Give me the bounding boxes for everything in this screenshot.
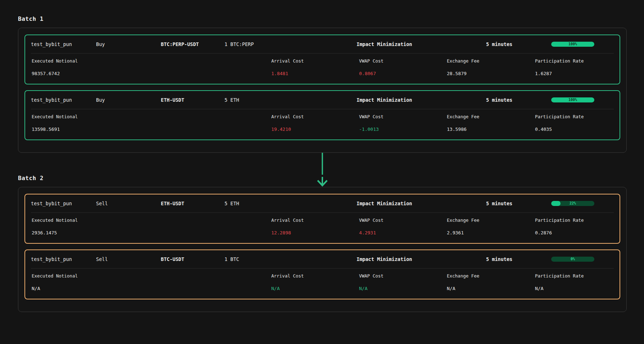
metric-value: 0.8067 xyxy=(359,71,447,77)
order-side: Sell xyxy=(96,256,161,262)
metric-value: N/A xyxy=(32,286,271,292)
order-duration: 5 minutes xyxy=(486,256,551,262)
metric-label: Exchange Fee xyxy=(447,114,535,119)
batch-section-1: Batch 1 test_bybit_pun Buy BTC:PERP-USDT… xyxy=(18,16,627,153)
order-card[interactable]: test_bybit_pun Sell ETH-USDT 5 ETH Impac… xyxy=(24,194,620,244)
order-account: test_bybit_pun xyxy=(31,200,96,207)
metric-value: 2.9361 xyxy=(447,230,535,236)
order-card[interactable]: test_bybit_pun Buy ETH-USDT 5 ETH Impact… xyxy=(24,90,620,140)
metric-arrival-cost: Arrival Cost 1.8481 xyxy=(271,58,359,77)
metric-value: 98357.6742 xyxy=(32,71,271,77)
order-symbol: ETH-USDT xyxy=(161,97,225,103)
order-card[interactable]: test_bybit_pun Buy BTC:PERP-USDT 1 BTC:P… xyxy=(24,35,620,84)
order-header: test_bybit_pun Buy ETH-USDT 5 ETH Impact… xyxy=(25,91,620,109)
order-metrics: Executed Notional 98357.6742 Arrival Cos… xyxy=(25,54,620,84)
progress-bar: 22% xyxy=(551,201,594,206)
order-quantity: 5 ETH xyxy=(225,97,357,103)
metric-label: Participation Rate xyxy=(535,114,614,119)
order-symbol: BTC-USDT xyxy=(161,256,225,262)
metric-value: 1.8481 xyxy=(271,71,359,77)
metric-label: Arrival Cost xyxy=(271,58,359,64)
batch-flow-connector xyxy=(18,153,627,175)
order-account: test_bybit_pun xyxy=(31,41,96,47)
metric-value: -1.0013 xyxy=(359,127,447,132)
order-side: Buy xyxy=(96,97,161,103)
metric-vwap-cost: VWAP Cost 4.2931 xyxy=(359,217,447,236)
metric-value: N/A xyxy=(447,286,535,292)
metric-label: Arrival Cost xyxy=(271,273,359,279)
metric-label: Executed Notional xyxy=(32,273,271,279)
metric-label: Participation Rate xyxy=(535,217,614,223)
progress-label: 22% xyxy=(551,201,594,206)
metric-exchange-fee: Exchange Fee 28.5879 xyxy=(447,58,535,77)
order-side: Sell xyxy=(96,200,161,207)
metric-label: Executed Notional xyxy=(32,217,271,223)
metric-value: 28.5879 xyxy=(447,71,535,77)
metric-value: 2936.1475 xyxy=(32,230,271,236)
metric-label: VWAP Cost xyxy=(359,114,447,119)
metric-value: N/A xyxy=(359,286,447,292)
order-symbol: BTC:PERP-USDT xyxy=(161,41,225,47)
metric-participation-rate: Participation Rate 0.2876 xyxy=(535,217,614,236)
order-strategy: Impact Minimization xyxy=(357,97,486,103)
metric-label: VWAP Cost xyxy=(359,58,447,64)
metric-executed-notional: Executed Notional N/A xyxy=(32,273,271,292)
order-duration: 5 minutes xyxy=(486,200,551,207)
metric-exchange-fee: Exchange Fee 2.9361 xyxy=(447,217,535,236)
order-account: test_bybit_pun xyxy=(31,97,96,103)
metric-executed-notional: Executed Notional 2936.1475 xyxy=(32,217,271,236)
metric-label: Participation Rate xyxy=(535,58,614,64)
metric-value: 4.2931 xyxy=(359,230,447,236)
metric-value: 13.5986 xyxy=(447,127,535,132)
batch-1-container: test_bybit_pun Buy BTC:PERP-USDT 1 BTC:P… xyxy=(18,28,627,153)
order-account: test_bybit_pun xyxy=(31,256,96,262)
metric-vwap-cost: VWAP Cost N/A xyxy=(359,273,447,292)
metric-value: 0.4035 xyxy=(535,127,614,132)
order-metrics: Executed Notional N/A Arrival Cost N/A V… xyxy=(25,269,620,299)
metric-vwap-cost: VWAP Cost -1.0013 xyxy=(359,114,447,132)
batch-section-2: Batch 2 test_bybit_pun Sell ETH-USDT 5 E… xyxy=(18,175,627,312)
metric-value: N/A xyxy=(535,286,614,292)
batch-2-container: test_bybit_pun Sell ETH-USDT 5 ETH Impac… xyxy=(18,187,627,312)
progress-bar: 0% xyxy=(551,257,594,262)
order-symbol: ETH-USDT xyxy=(161,200,225,207)
metric-value: 13598.5691 xyxy=(32,127,271,132)
progress-bar: 100% xyxy=(551,42,594,47)
metric-participation-rate: Participation Rate 1.6287 xyxy=(535,58,614,77)
metric-label: VWAP Cost xyxy=(359,217,447,223)
metric-label: Arrival Cost xyxy=(271,217,359,223)
metric-value: 12.2898 xyxy=(271,230,359,236)
order-strategy: Impact Minimization xyxy=(357,256,486,262)
order-header: test_bybit_pun Buy BTC:PERP-USDT 1 BTC:P… xyxy=(25,35,620,53)
flow-arrow-down-icon xyxy=(316,152,328,187)
metric-participation-rate: Participation Rate 0.4035 xyxy=(535,114,614,132)
order-metrics: Executed Notional 2936.1475 Arrival Cost… xyxy=(25,213,620,243)
metric-label: Exchange Fee xyxy=(447,58,535,64)
order-quantity: 5 ETH xyxy=(225,200,357,207)
metric-value: 19.4210 xyxy=(271,127,359,132)
progress-label: 0% xyxy=(551,257,594,262)
order-strategy: Impact Minimization xyxy=(357,200,486,207)
metric-label: Participation Rate xyxy=(535,273,614,279)
metric-label: Exchange Fee xyxy=(447,273,535,279)
order-metrics: Executed Notional 13598.5691 Arrival Cos… xyxy=(25,109,620,139)
batch-1-title: Batch 1 xyxy=(18,16,627,22)
metric-value: 0.2876 xyxy=(535,230,614,236)
metric-executed-notional: Executed Notional 98357.6742 xyxy=(32,58,271,77)
order-duration: 5 minutes xyxy=(486,97,551,103)
metric-label: Arrival Cost xyxy=(271,114,359,119)
metric-exchange-fee: Exchange Fee N/A xyxy=(447,273,535,292)
metric-exchange-fee: Exchange Fee 13.5986 xyxy=(447,114,535,132)
metric-executed-notional: Executed Notional 13598.5691 xyxy=(32,114,271,132)
progress-label: 100% xyxy=(551,97,594,102)
metric-value: 1.6287 xyxy=(535,71,614,77)
metric-vwap-cost: VWAP Cost 0.8067 xyxy=(359,58,447,77)
metric-label: Exchange Fee xyxy=(447,217,535,223)
order-card[interactable]: test_bybit_pun Sell BTC-USDT 1 BTC Impac… xyxy=(24,249,620,299)
metric-label: VWAP Cost xyxy=(359,273,447,279)
metric-label: Executed Notional xyxy=(32,58,271,64)
order-strategy: Impact Minimization xyxy=(357,41,486,47)
execution-dashboard: Batch 1 test_bybit_pun Buy BTC:PERP-USDT… xyxy=(0,0,644,344)
order-duration: 5 minutes xyxy=(486,41,551,47)
metric-value: N/A xyxy=(271,286,359,292)
